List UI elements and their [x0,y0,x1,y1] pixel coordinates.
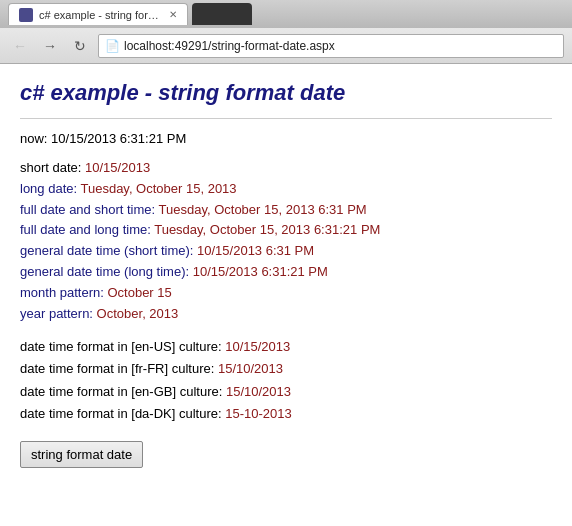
date-item: general date time (long time): 10/15/201… [20,262,552,283]
date-list: short date: 10/15/2013long date: Tuesday… [20,158,552,324]
date-value: Tuesday, October 15, 2013 [80,181,236,196]
date-label: long date: [20,181,80,196]
culture-label: date time format in [da-DK] culture: [20,406,225,421]
date-label: year pattern: [20,306,97,321]
date-value: Tuesday, October 15, 2013 6:31:21 PM [154,222,380,237]
culture-value: 15/10/2013 [218,361,283,376]
tab-title: c# example - string forma [39,9,163,21]
culture-item: date time format in [da-DK] culture: 15-… [20,403,552,425]
browser-tab[interactable]: c# example - string forma ✕ [8,3,188,25]
culture-item: date time format in [en-US] culture: 10/… [20,336,552,358]
divider [20,118,552,119]
date-item: month pattern: October 15 [20,283,552,304]
back-button[interactable]: ← [8,34,32,58]
culture-label: date time format in [en-GB] culture: [20,384,226,399]
date-label: full date and short time: [20,202,159,217]
date-value: October 15 [107,285,171,300]
address-icon: 📄 [105,39,120,53]
now-line: now: 10/15/2013 6:31:21 PM [20,131,552,146]
date-value: October, 2013 [97,306,179,321]
tab-favicon [19,8,33,22]
culture-label: date time format in [fr-FR] culture: [20,361,218,376]
culture-value: 10/15/2013 [225,339,290,354]
date-label: full date and long time: [20,222,154,237]
date-item: short date: 10/15/2013 [20,158,552,179]
navigation-bar: ← → ↻ 📄 localhost:49291/string-format-da… [0,28,572,64]
new-tab-area [192,3,252,25]
forward-button[interactable]: → [38,34,62,58]
culture-section: date time format in [en-US] culture: 10/… [20,336,552,424]
now-label: now: [20,131,47,146]
date-label: month pattern: [20,285,107,300]
tab-close-button[interactable]: ✕ [169,9,177,20]
address-text: localhost:49291/string-format-date.aspx [124,39,557,53]
page-content: c# example - string format date now: 10/… [0,64,572,484]
date-label: general date time (short time): [20,243,197,258]
culture-label: date time format in [en-US] culture: [20,339,225,354]
page-title: c# example - string format date [20,80,552,106]
title-bar: c# example - string forma ✕ [0,0,572,28]
date-value: Tuesday, October 15, 2013 6:31 PM [159,202,367,217]
culture-item: date time format in [fr-FR] culture: 15/… [20,358,552,380]
date-value: 10/15/2013 6:31 PM [197,243,314,258]
now-value: 10/15/2013 6:31:21 PM [51,131,186,146]
refresh-button[interactable]: ↻ [68,34,92,58]
culture-value: 15/10/2013 [226,384,291,399]
date-item: full date and long time: Tuesday, Octobe… [20,220,552,241]
date-item: long date: Tuesday, October 15, 2013 [20,179,552,200]
date-label: short date: [20,160,85,175]
culture-item: date time format in [en-GB] culture: 15/… [20,381,552,403]
date-item: full date and short time: Tuesday, Octob… [20,200,552,221]
address-bar[interactable]: 📄 localhost:49291/string-format-date.asp… [98,34,564,58]
date-item: general date time (short time): 10/15/20… [20,241,552,262]
date-value: 10/15/2013 [85,160,150,175]
string-format-date-button[interactable]: string format date [20,441,143,468]
date-label: general date time (long time): [20,264,193,279]
culture-value: 15-10-2013 [225,406,292,421]
date-value: 10/15/2013 6:31:21 PM [193,264,328,279]
date-item: year pattern: October, 2013 [20,304,552,325]
